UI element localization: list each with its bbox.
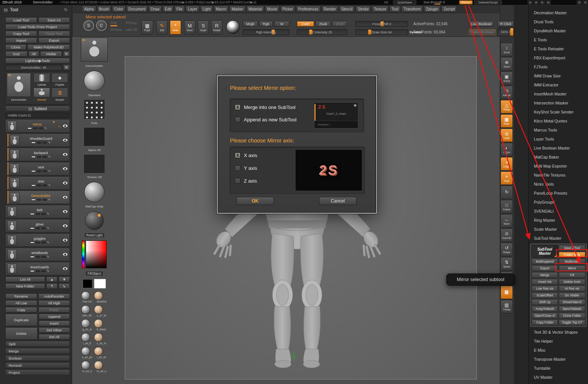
rotate-button[interactable]: R Rotate [211,20,222,35]
right-shelf-button[interactable]: ½ AAHalf [500,86,513,99]
focal-shift-slider[interactable]: Focal Shift 0 [355,21,408,27]
menu-item[interactable]: Macro [214,6,229,12]
move-button[interactable]: M Move [184,20,195,35]
texture-thumbnail[interactable] [84,155,104,173]
material-sphere[interactable] [81,333,90,342]
zplugin-menu-item[interactable]: Layer Tools [529,135,588,144]
stm-button[interactable]: Fill [559,272,585,278]
zplugin-menu-item[interactable]: UV Master [529,373,588,382]
move-down-button[interactable]: ▼ [59,277,70,282]
eye-icon[interactable] [62,267,68,271]
material-sphere[interactable] [94,347,103,356]
titlebar-icon[interactable]: ▤ [534,0,539,5]
zplugin-menu-item[interactable]: Marcus Tools [529,125,588,135]
refresh-icon[interactable]: ↻ [64,8,68,12]
titlebar-icon[interactable]: ▤ [577,0,582,5]
displacement-toggle[interactable] [39,127,43,129]
paste-tool-button[interactable]: Paste Tool [38,31,70,36]
eye-icon[interactable] [62,124,68,128]
secondary-color-swatch[interactable] [83,279,92,288]
material-sphere[interactable] [81,347,90,356]
zplugin-menu-item[interactable]: Transpose Master [529,355,588,364]
stm-button[interactable]: Hi Res vis [559,286,585,292]
stm-button[interactable]: Invert Vis [532,279,558,285]
subpalette-bar[interactable]: Remesh [5,362,70,368]
goz-all-button[interactable]: All [29,51,39,57]
right-shelf-button[interactable]: ⊕ Zoom [500,57,513,71]
live-boolean-button[interactable]: Live Boolean [469,21,494,27]
linefill-button[interactable]: Line Fill [126,28,137,32]
zplugin-menu-item[interactable]: Multi Map Exporter [529,162,588,171]
titlebar-icon[interactable]: ▤ [546,0,551,5]
titlebar-icon[interactable]: ▤ [583,0,588,5]
right-shelf-button[interactable]: ◑ V.Sym [500,157,513,171]
del-all-button[interactable]: Del All [39,334,70,340]
stm-button[interactable]: Toggle Top ST [559,319,585,325]
stm-button[interactable]: Open/Close Al [532,313,558,319]
subtool-row[interactable]: wristBands ✎ ☼ [5,248,70,261]
zplugin-menu-item[interactable]: FJTools [529,62,588,71]
stm-button[interactable]: Shift Up [532,299,558,305]
load-tools-from-project-button[interactable]: Load Tools From Project [5,24,70,30]
pfill-slider-thumb[interactable] [110,25,117,26]
displacement-toggle[interactable] [42,142,47,144]
menus-button[interactable]: Menus [459,0,473,5]
polypaint-toggle[interactable] [31,142,36,144]
fill-object-button[interactable]: FillObject [85,271,103,276]
zplugin-menu-item[interactable]: E Tools Reloader [529,44,588,53]
zplugin-menu-item[interactable]: Kitco Metal Quotes [529,116,588,125]
tool-palette-header[interactable]: ▤ Tool ↻ [2,6,70,14]
rgb-intensity-slider[interactable]: Rgb Intensity [243,29,289,35]
subtool-section-header[interactable]: ▤ Subtool [5,106,70,112]
alpha-thumbnail[interactable] [84,128,104,146]
zplugin-menu-item[interactable]: Turntable [529,364,588,373]
pfgray-button[interactable]: PFGray [126,21,137,25]
pframe-button[interactable]: PFrame [110,28,122,32]
light-dot-icon[interactable] [98,214,101,217]
merge-checkbox[interactable]: X [235,104,240,110]
eye-icon[interactable] [62,153,68,156]
displacement-toggle[interactable] [41,213,46,215]
subtool-row[interactable]: glove ✎ ☼ [5,219,70,233]
right-shelf-button[interactable]: ◎ Local [500,129,513,142]
right-shelf-button[interactable]: ▦ Floor [500,114,513,128]
uv-toggle[interactable] [36,227,40,229]
pencil-icon[interactable]: ✎ [48,142,51,144]
menu-item[interactable]: Marker [229,6,245,12]
eye-icon[interactable] [62,224,68,228]
subpalette-bar[interactable]: Boolean [5,355,70,361]
right-shelf-button[interactable]: ▣ Actual [500,71,513,85]
stm-button[interactable]: MultiAppend [532,259,558,265]
mrgb-button[interactable]: Mrgb [243,21,258,27]
polypaint-toggle[interactable] [30,270,35,272]
material-sphere[interactable] [94,361,103,370]
all-high-button[interactable]: All High [38,300,70,306]
goz-button[interactable]: GoZ [5,51,27,57]
subtool-row[interactable]: shirt ✎ ☼ [8,176,70,190]
subtool-thumbnail[interactable] [7,121,17,131]
right-shelf-button[interactable]: ↻ [500,186,513,199]
list-all-button[interactable]: List All [5,277,45,282]
menu-item[interactable]: File [174,6,185,12]
cancel-button[interactable]: Cancel [319,197,357,205]
polypaint-toggle[interactable] [30,242,35,243]
append-button[interactable]: Append [39,314,70,319]
zplugin-menu-item[interactable]: Nicks Tools [529,180,588,189]
right-shelf-button[interactable]: ↔ Move [500,214,513,228]
polypaint-toggle[interactable] [27,127,32,129]
subpalette-bar[interactable]: Split [5,341,70,347]
displacement-toggle[interactable] [41,227,46,229]
menu-item[interactable]: Layer [186,6,200,12]
displacement-toggle[interactable] [42,184,47,186]
default-zscript-button[interactable]: DefaultZScript [474,0,502,5]
polyframe-button[interactable]: ▦ PolyF [141,20,153,35]
zsub-button[interactable]: Zsub [316,21,331,27]
tool-slot-polymesh[interactable]: ◆ [51,73,68,83]
zplugin-menu-item[interactable]: PolyGroupIt [529,198,588,207]
zplugin-menu-item[interactable]: FBX ExportImport [529,53,588,62]
rename-button[interactable]: Rename [5,293,37,299]
zplugin-menu-item[interactable]: IMM Draw Size [529,71,588,80]
subtool-row[interactable]: vest ✎ ☼ [8,162,70,175]
material-sphere[interactable] [94,305,103,314]
right-shelf-button[interactable]: ↺ Rotate [500,243,513,256]
